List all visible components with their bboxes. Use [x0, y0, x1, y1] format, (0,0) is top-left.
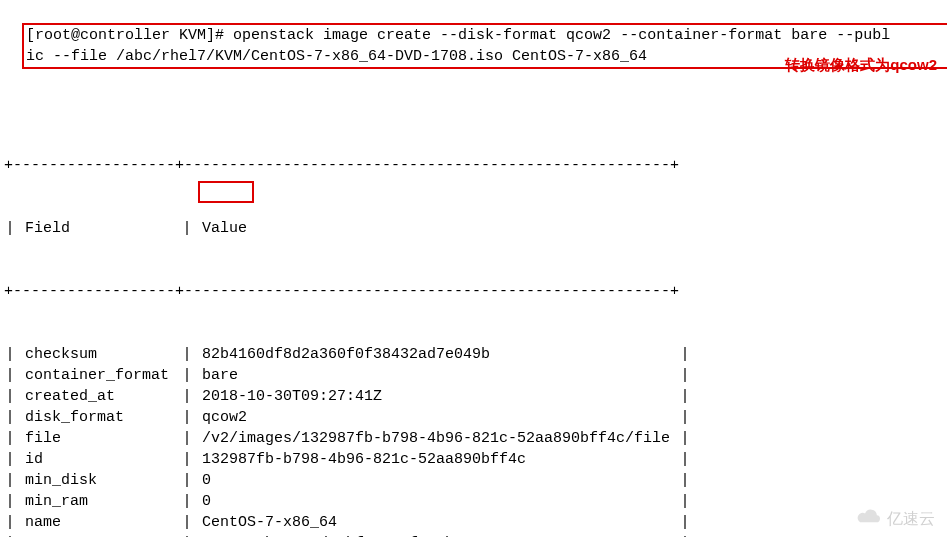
command-text-line2: ic --file /abc/rhel7/KVM/CentOS-7-x86_64…: [26, 48, 647, 65]
table-row: | min_ram | 0 |: [4, 491, 943, 512]
cell-field: min_ram: [16, 491, 181, 512]
cell-value: /v2/images/132987fb-b798-4b96-821c-52aa8…: [193, 428, 679, 449]
cell-field: min_disk: [16, 470, 181, 491]
table-separator: +------------------+--------------------…: [4, 155, 943, 176]
table-row: | owner | 358a198b34054d91bf31908f814b1e…: [4, 533, 943, 537]
table-row: | disk_format | qcow2 |: [4, 407, 943, 428]
cell-field: owner: [16, 533, 181, 537]
cell-field: container_format: [16, 365, 181, 386]
watermark-text: 亿速云: [887, 509, 935, 530]
cell-value: 2018-10-30T09:27:41Z: [193, 386, 679, 407]
table-separator: +------------------+--------------------…: [4, 281, 943, 302]
table-row: | file | /v2/images/132987fb-b798-4b96-8…: [4, 428, 943, 449]
cell-value: 0: [193, 470, 679, 491]
cell-value: 358a198b34054d91bf31908f814b1e94: [193, 533, 679, 537]
header-field: Field: [16, 218, 181, 239]
terminal-output: [root@controller KVM]# openstack image c…: [0, 0, 947, 537]
table-row: | name | CentOS-7-x86_64 |: [4, 512, 943, 533]
cell-value: 132987fb-b798-4b96-821c-52aa890bff4c: [193, 449, 679, 470]
cell-value: bare: [193, 365, 679, 386]
watermark: 亿速云: [855, 507, 935, 531]
cell-value: CentOS-7-x86_64: [193, 512, 679, 533]
cell-value: qcow2: [193, 407, 679, 428]
cloud-icon: [855, 507, 883, 531]
cell-value: 0: [193, 491, 679, 512]
header-value: Value: [193, 218, 247, 239]
table-row: | created_at | 2018-10-30T09:27:41Z |: [4, 386, 943, 407]
shell-prompt: [root@controller KVM]#: [26, 27, 224, 44]
table-row: | id | 132987fb-b798-4b96-821c-52aa890bf…: [4, 449, 943, 470]
table-row: | container_format | bare |: [4, 365, 943, 386]
cell-field: created_at: [16, 386, 181, 407]
command-text-line1: openstack image create --disk-format qco…: [224, 27, 890, 44]
cell-field: disk_format: [16, 407, 181, 428]
cell-field: checksum: [16, 344, 181, 365]
table-row: | checksum | 82b4160df8d2a360f0f38432ad7…: [4, 344, 943, 365]
annotation-text: 转换镜像格式为qcow2: [785, 56, 937, 75]
cell-field: name: [16, 512, 181, 533]
output-table: +------------------+--------------------…: [4, 113, 943, 537]
table-row: | min_disk | 0 |: [4, 470, 943, 491]
table-header-row: | Field| Value: [4, 218, 943, 239]
cell-value: 82b4160df8d2a360f0f38432ad7e049b: [193, 344, 679, 365]
cell-field: file: [16, 428, 181, 449]
cell-field: id: [16, 449, 181, 470]
